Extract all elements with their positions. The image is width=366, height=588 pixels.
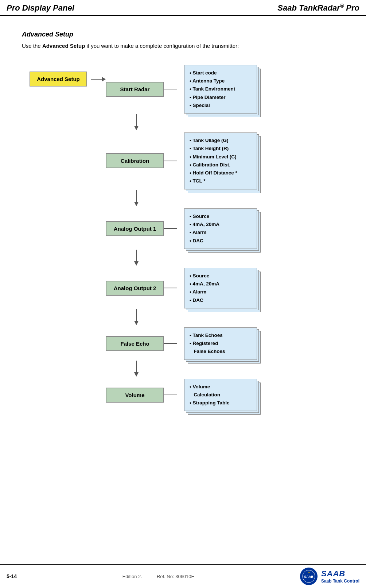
list-item: Volume Calculation xyxy=(190,383,252,399)
start-radar-box[interactable]: Start Radar xyxy=(106,82,164,97)
header-right-title: Saab TankRadar® Pro xyxy=(277,3,359,13)
svg-marker-5 xyxy=(134,261,139,266)
advanced-setup-panel: Advanced Setup xyxy=(26,65,91,87)
info-box-1: Start code Antenna Type Tank Environment… xyxy=(184,65,257,114)
adv-connector xyxy=(91,72,106,87)
list-item: Source xyxy=(190,212,252,220)
step-row-volume: Volume Volume Calculation Strapping Tabl… xyxy=(106,379,257,411)
info-list-4: Source 4mA, 20mA Alarm DAC xyxy=(190,272,252,304)
info-list-5: Tank Echoes Registered False Echoes xyxy=(190,331,252,356)
down-arrow-5 xyxy=(133,361,140,378)
list-item: DAC xyxy=(190,296,252,304)
footer-page-number: 5-14 xyxy=(7,573,17,579)
false-echo-box[interactable]: False Echo xyxy=(106,336,164,351)
list-item: Hold Off Distance * xyxy=(190,169,252,177)
volume-info: Volume Calculation Strapping Table xyxy=(184,379,257,411)
list-item: Special xyxy=(190,101,252,109)
analog1-info: Source 4mA, 20mA Alarm DAC xyxy=(184,208,257,249)
connector-h-3 xyxy=(164,228,177,229)
saab-badge-icon: SAAB ✈ xyxy=(300,568,318,585)
step-row-calibration: Calibration Tank Ullage (G) Tank Height … xyxy=(106,132,257,189)
info-box-2: Tank Ullage (G) Tank Height (R) Minimum … xyxy=(184,132,257,189)
list-item: Calibration Dist. xyxy=(190,161,252,169)
connector-h-4 xyxy=(164,288,177,288)
page-footer: 5-14 Edition 2. Ref. No: 306010E SAAB ✈ … xyxy=(0,564,366,588)
svg-marker-7 xyxy=(134,321,139,325)
analog2-info: Source 4mA, 20mA Alarm DAC xyxy=(184,268,257,308)
list-item: 4mA, 20mA xyxy=(190,220,252,228)
list-item: Minimum Level (C) xyxy=(190,153,252,161)
connector-h-1 xyxy=(164,89,177,89)
list-item: Tank Environment xyxy=(190,85,252,93)
flow-diagram: Advanced Setup Start Radar xyxy=(22,65,351,411)
saab-logo-text: SAAB xyxy=(321,569,345,579)
info-box-4: Source 4mA, 20mA Alarm DAC xyxy=(184,268,257,308)
list-item: Strapping Table xyxy=(190,399,252,407)
calibration-box[interactable]: Calibration xyxy=(106,153,164,168)
section-description: Use the Advanced Setup if you want to ma… xyxy=(22,42,351,50)
svg-marker-1 xyxy=(134,126,139,130)
arrow-svg-2 xyxy=(133,190,140,206)
footer-logo-area: SAAB ✈ SAAB Saab Tank Control xyxy=(300,568,359,585)
info-list-3: Source 4mA, 20mA Alarm DAC xyxy=(190,212,252,245)
list-item: Start code xyxy=(190,69,252,77)
list-item: TCL * xyxy=(190,177,252,185)
connector-h-6 xyxy=(164,395,177,395)
step-row-analog2: Analog Output 2 Source 4mA, 20mA Alarm D… xyxy=(106,268,257,308)
list-item: DAC xyxy=(190,237,252,245)
footer-edition: Edition 2. xyxy=(122,574,142,579)
section-title: Advanced Setup xyxy=(22,31,351,38)
info-box-5: Tank Echoes Registered False Echoes xyxy=(184,327,257,360)
calibration-info: Tank Ullage (G) Tank Height (R) Minimum … xyxy=(184,132,257,189)
info-box-6: Volume Calculation Strapping Table xyxy=(184,379,257,411)
footer-ref: Ref. No: 306010E xyxy=(157,574,194,579)
svg-marker-9 xyxy=(134,372,139,377)
info-list-1: Start code Antenna Type Tank Environment… xyxy=(190,69,252,109)
start-radar-info: Start code Antenna Type Tank Environment… xyxy=(184,65,257,114)
connector-h-5 xyxy=(164,343,177,344)
volume-box[interactable]: Volume xyxy=(106,388,164,403)
adv-line xyxy=(91,79,102,80)
info-box-3: Source 4mA, 20mA Alarm DAC xyxy=(184,208,257,249)
down-arrow-1 xyxy=(133,114,140,132)
list-item: Alarm xyxy=(190,228,252,237)
connector-h-2 xyxy=(164,161,177,161)
list-item: Pipe Diameter xyxy=(190,93,252,101)
analog-output-1-box[interactable]: Analog Output 1 xyxy=(106,221,164,236)
arrow-svg-4 xyxy=(133,309,140,325)
list-item: Antenna Type xyxy=(190,77,252,85)
svg-marker-3 xyxy=(134,202,139,206)
false-echo-info: Tank Echoes Registered False Echoes xyxy=(184,327,257,360)
step-row-false-echo: False Echo Tank Echoes Registered False … xyxy=(106,327,257,360)
step-row-start-radar: Start Radar Start code Antenna Type Tank… xyxy=(106,65,257,114)
list-item: Tank Ullage (G) xyxy=(190,137,252,145)
step-row-analog1: Analog Output 1 Source 4mA, 20mA Alarm D… xyxy=(106,208,257,249)
down-arrow-4 xyxy=(133,309,140,327)
saab-subtitle: Saab Tank Control xyxy=(321,579,359,584)
down-arrow-3 xyxy=(133,250,140,267)
page-header: Pro Display Panel Saab TankRadar® Pro xyxy=(0,0,366,16)
list-item: Tank Echoes xyxy=(190,331,252,339)
info-list-2: Tank Ullage (G) Tank Height (R) Minimum … xyxy=(190,137,252,185)
adv-arrow-head xyxy=(102,77,106,81)
list-item: Alarm xyxy=(190,288,252,296)
list-item: Source xyxy=(190,272,252,280)
advanced-setup-box[interactable]: Advanced Setup xyxy=(30,72,87,87)
info-list-6: Volume Calculation Strapping Table xyxy=(190,383,252,407)
arrow-svg-1 xyxy=(133,114,140,130)
saab-text-area: SAAB Saab Tank Control xyxy=(321,569,359,584)
down-arrow-2 xyxy=(133,190,140,208)
svg-text:✈: ✈ xyxy=(308,572,309,574)
list-item: Registered False Echoes xyxy=(190,339,252,356)
list-item: 4mA, 20mA xyxy=(190,280,252,288)
steps-panel: Start Radar Start code Antenna Type Tank… xyxy=(106,65,257,411)
svg-text:SAAB: SAAB xyxy=(304,575,314,579)
main-content: Advanced Setup Use the Advanced Setup if… xyxy=(0,16,366,422)
analog-output-2-box[interactable]: Analog Output 2 xyxy=(106,281,164,296)
header-left-title: Pro Display Panel xyxy=(7,3,74,13)
list-item: Tank Height (R) xyxy=(190,145,252,153)
arrow-svg-5 xyxy=(133,361,140,377)
footer-center: Edition 2. Ref. No: 306010E xyxy=(122,574,195,579)
arrow-svg-3 xyxy=(133,250,140,266)
